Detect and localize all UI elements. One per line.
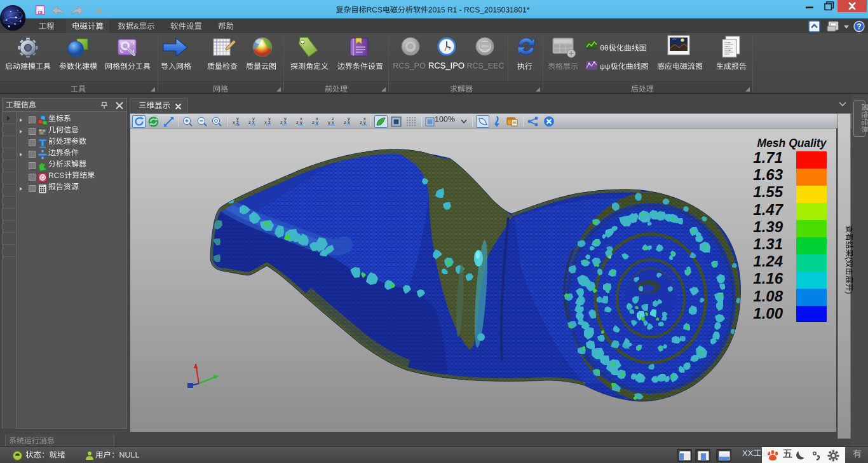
svg-text:x: x	[233, 120, 235, 125]
svg-text:?: ?	[857, 22, 861, 31]
svg-text:x: x	[363, 116, 366, 121]
svg-text:z: z	[280, 120, 283, 125]
svg-text:z: z	[248, 120, 251, 125]
svg-text:y: y	[252, 116, 255, 121]
svg-text:y: y	[268, 116, 271, 121]
svg-text:x: x	[264, 120, 267, 125]
svg-text:y: y	[348, 116, 350, 121]
svg-text:y: y	[284, 116, 287, 121]
svg-text:x: x	[316, 116, 318, 121]
svg-text:z: z	[296, 120, 299, 125]
svg-text:x: x	[300, 116, 302, 121]
svg-text:z: z	[344, 120, 346, 125]
svg-text:z: z	[360, 120, 362, 125]
svg-text:y: y	[236, 116, 239, 121]
svg-text:z: z	[312, 120, 315, 125]
svg-text:z: z	[332, 116, 334, 121]
svg-text:y: y	[328, 120, 330, 125]
